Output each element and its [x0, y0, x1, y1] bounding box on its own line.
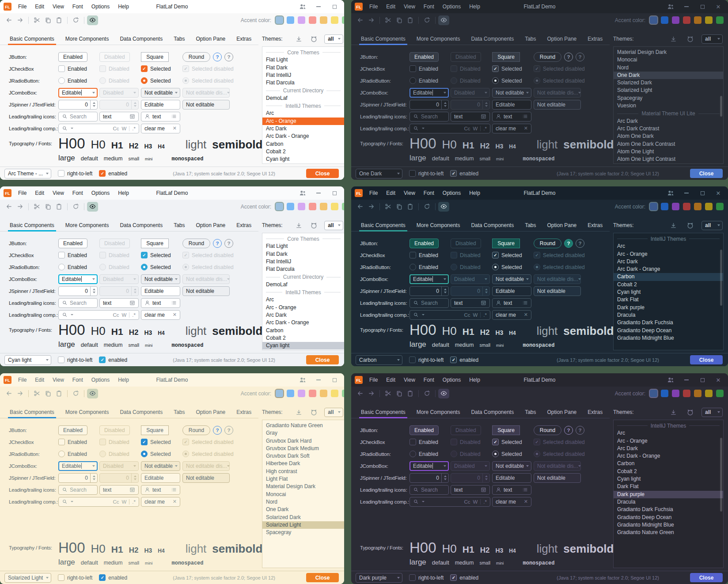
- theme-list-item[interactable]: Arc - Orange: [262, 118, 344, 125]
- back-icon[interactable]: [4, 15, 15, 25]
- menu-edit[interactable]: Edit: [35, 4, 44, 10]
- accent-swatch[interactable]: [650, 16, 657, 24]
- enabled-checkbox[interactable]: ✓enabled: [450, 356, 478, 363]
- editable-textfield[interactable]: Editable: [141, 286, 180, 296]
- menu-view[interactable]: View: [404, 377, 415, 383]
- maximize-button[interactable]: [326, 1, 342, 12]
- theme-list-item[interactable]: Flat Light: [262, 56, 344, 64]
- right-to-left-checkbox[interactable]: ✓right-to-left: [58, 574, 92, 581]
- regex-button[interactable]: .*: [132, 499, 136, 504]
- checkbox-enabled[interactable]: ✓Enabled: [58, 252, 87, 258]
- tab-option-pane[interactable]: Option Pane: [195, 219, 227, 231]
- theme-list-item[interactable]: Cyan light: [262, 155, 344, 163]
- accent-swatch[interactable]: [661, 390, 668, 397]
- forward-icon[interactable]: [366, 15, 377, 25]
- theme-combobox[interactable]: Carbon: [356, 355, 402, 365]
- whole-word-button[interactable]: W: [121, 126, 126, 131]
- user-input[interactable]: text: [492, 112, 531, 121]
- copy-icon[interactable]: [42, 202, 53, 212]
- forward-icon[interactable]: [15, 202, 26, 212]
- theme-list-item[interactable]: Cobalt 2: [262, 148, 344, 155]
- date-input[interactable]: text: [99, 112, 139, 121]
- github-icon[interactable]: [309, 407, 318, 417]
- list-icon[interactable]: [171, 487, 177, 493]
- editable-textfield[interactable]: Editable: [492, 100, 531, 110]
- search-with-options-input[interactable]: Cc W .*: [58, 310, 139, 320]
- refresh-icon[interactable]: [70, 202, 81, 212]
- maximize-button[interactable]: [326, 374, 342, 386]
- help-button[interactable]: ?: [213, 426, 222, 435]
- tab-basic-components[interactable]: Basic Components: [9, 219, 55, 231]
- whole-word-button[interactable]: W: [473, 126, 478, 131]
- checkbox-enabled[interactable]: ✓Enabled: [410, 252, 438, 258]
- github-icon[interactable]: [685, 34, 696, 44]
- calendar-icon[interactable]: [481, 487, 486, 493]
- paste-icon[interactable]: [53, 15, 64, 25]
- maximize-button[interactable]: [694, 1, 710, 12]
- accent-swatch[interactable]: [661, 16, 668, 24]
- radio-enabled[interactable]: Enabled: [58, 451, 87, 457]
- clearable-input[interactable]: clear me✕: [141, 124, 180, 133]
- close-button[interactable]: Close: [690, 355, 723, 364]
- search-with-options-input[interactable]: Cc W .*: [410, 124, 490, 133]
- theme-list-item[interactable]: Spacegray: [262, 529, 344, 536]
- theme-list-item[interactable]: One Dark: [614, 72, 723, 79]
- menu-view[interactable]: View: [404, 4, 415, 10]
- accent-swatch[interactable]: [298, 16, 305, 24]
- accent-swatch[interactable]: [342, 16, 344, 24]
- spinner-buttons[interactable]: [90, 287, 97, 296]
- menu-options[interactable]: Options: [91, 377, 110, 383]
- maximize-button[interactable]: [694, 187, 710, 199]
- theme-list-item[interactable]: Gradianto Nature Green: [262, 422, 344, 429]
- list-icon[interactable]: [171, 114, 177, 119]
- radio-selected[interactable]: Selected: [492, 77, 522, 84]
- theme-list-item[interactable]: Dark Flat: [614, 483, 723, 490]
- download-icon[interactable]: [668, 34, 679, 44]
- spinner-buttons[interactable]: [441, 100, 448, 109]
- theme-list-item[interactable]: Flat Light: [262, 243, 344, 250]
- clear-icon[interactable]: ✕: [524, 312, 528, 318]
- whole-word-button[interactable]: W: [473, 499, 478, 504]
- theme-list-item[interactable]: High contrast: [262, 468, 344, 475]
- close-button[interactable]: Close: [306, 169, 339, 178]
- theme-list-item[interactable]: Monocai: [614, 56, 723, 64]
- menu-options[interactable]: Options: [443, 190, 461, 196]
- enabled-checkbox[interactable]: ✓enabled: [450, 574, 478, 581]
- theme-list-item[interactable]: Material Design Dark: [262, 483, 344, 490]
- editable-textfield[interactable]: Editable: [141, 473, 180, 483]
- accent-swatch[interactable]: [716, 16, 724, 24]
- tab-tabs[interactable]: Tabs: [524, 33, 537, 45]
- theme-list-item[interactable]: Gruvbox Dark Medium: [262, 445, 344, 452]
- themes-list[interactable]: Core ThemesFlat LightFlat DarkFlat Intel…: [262, 46, 344, 164]
- radio-selected[interactable]: Selected: [141, 264, 171, 270]
- search-with-options-input[interactable]: Cc W .*: [410, 497, 490, 507]
- help-button-disabled[interactable]: ?: [576, 53, 584, 61]
- calendar-icon[interactable]: [481, 114, 486, 119]
- search-input[interactable]: Search: [58, 485, 98, 495]
- menu-font[interactable]: Font: [72, 377, 83, 383]
- theme-list-item[interactable]: Gruvbox Dark Hard: [262, 437, 344, 445]
- cut-icon[interactable]: [383, 15, 394, 25]
- menu-edit[interactable]: Edit: [386, 4, 395, 10]
- theme-list-item[interactable]: Atom One Dark: [614, 133, 723, 140]
- theme-list-item[interactable]: Nord: [614, 64, 723, 72]
- not-editable-combobox[interactable]: Not editable: [492, 88, 531, 98]
- close-window-button[interactable]: ✕: [710, 187, 726, 199]
- theme-list-item[interactable]: Carbon: [262, 140, 344, 148]
- show-hover-icon[interactable]: [438, 389, 449, 398]
- regex-button[interactable]: .*: [132, 312, 136, 318]
- enabled-button[interactable]: Enabled: [58, 239, 87, 248]
- show-hover-icon[interactable]: [87, 389, 98, 398]
- theme-list-item[interactable]: Arc Dark - Orange: [614, 452, 723, 460]
- accent-swatch[interactable]: [672, 390, 679, 397]
- show-hover-icon[interactable]: [87, 202, 98, 212]
- theme-list-item[interactable]: Arc - Orange: [614, 250, 723, 258]
- accent-swatch[interactable]: [683, 16, 690, 24]
- search-dropdown-icon[interactable]: [62, 499, 68, 504]
- editable-combobox[interactable]: Editable: [58, 274, 98, 284]
- accent-swatch[interactable]: [683, 390, 690, 397]
- show-hover-icon[interactable]: [87, 15, 98, 25]
- spinner-buttons[interactable]: [441, 474, 448, 482]
- enabled-checkbox[interactable]: ✓enabled: [99, 356, 127, 363]
- enabled-checkbox[interactable]: ✓enabled: [99, 574, 127, 581]
